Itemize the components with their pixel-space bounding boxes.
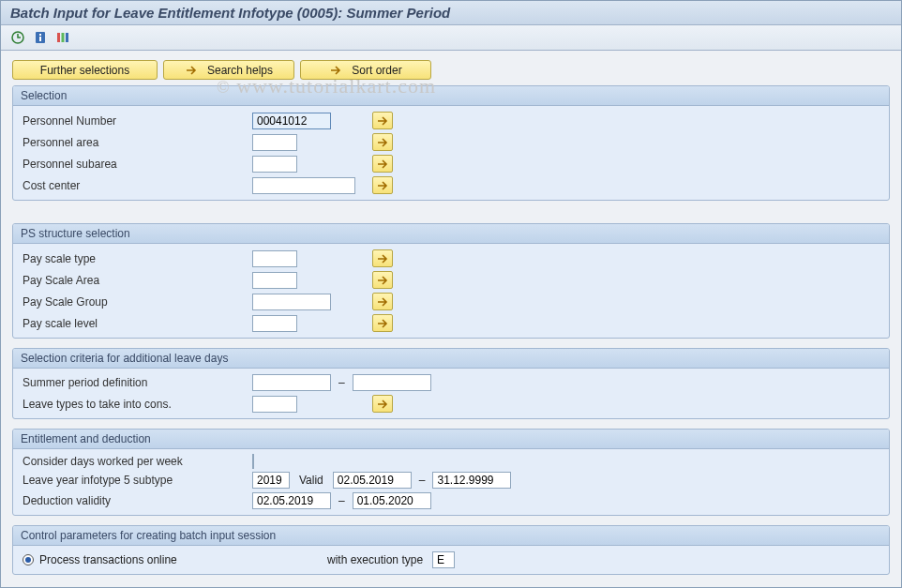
- svg-rect-6: [66, 33, 68, 42]
- pay-scale-level-label: Pay scale level: [23, 317, 252, 330]
- top-button-row: Further selections Search helps Sort ord…: [12, 60, 890, 80]
- pay-scale-type-label: Pay scale type: [23, 252, 252, 265]
- button-label: Sort order: [352, 64, 401, 77]
- multiple-selection-icon[interactable]: [372, 249, 393, 267]
- sort-order-button[interactable]: Sort order: [300, 60, 431, 80]
- further-selections-button[interactable]: Further selections: [12, 60, 158, 80]
- range-dash: –: [331, 376, 353, 389]
- multiple-selection-icon[interactable]: [372, 176, 393, 194]
- group-control-params: Control parameters for creating batch in…: [12, 525, 890, 575]
- cost-center-input[interactable]: [252, 177, 355, 194]
- valid-to-input[interactable]: [432, 472, 511, 489]
- multiple-selection-icon[interactable]: [372, 112, 393, 129]
- button-label: Search helps: [207, 64, 273, 77]
- process-online-label: Process transactions online: [39, 553, 177, 566]
- exec-type-label: with execution type: [327, 553, 432, 566]
- personnel-area-label: Personnel area: [23, 136, 252, 149]
- group-entitlement: Entitlement and deduction Consider days …: [12, 429, 890, 516]
- consider-days-checkbox[interactable]: [252, 454, 254, 469]
- exec-type-input[interactable]: [432, 551, 455, 568]
- pay-scale-area-input[interactable]: [252, 272, 297, 289]
- svg-rect-3: [39, 37, 41, 41]
- svg-rect-5: [62, 33, 65, 42]
- deduction-to-input[interactable]: [353, 492, 431, 509]
- svg-rect-4: [57, 33, 60, 42]
- group-ps-structure: PS structure selection Pay scale type Pa…: [12, 223, 890, 339]
- variant-icon[interactable]: [53, 29, 72, 46]
- multiple-selection-icon[interactable]: [372, 314, 393, 332]
- execute-icon[interactable]: [8, 29, 27, 46]
- group-title: Selection: [13, 86, 889, 106]
- group-title: Entitlement and deduction: [13, 430, 889, 449]
- personnel-number-label: Personnel Number: [23, 114, 252, 128]
- valid-from-input[interactable]: [333, 472, 412, 489]
- multiple-selection-icon[interactable]: [372, 271, 393, 289]
- multiple-selection-icon[interactable]: [372, 293, 393, 310]
- group-additional-leave: Selection criteria for additional leave …: [12, 348, 890, 419]
- deduction-label: Deduction validity: [23, 494, 252, 507]
- range-dash: –: [331, 494, 353, 507]
- leave-types-label: Leave types to take into cons.: [23, 398, 252, 411]
- info-icon[interactable]: [31, 29, 50, 46]
- process-online-radio[interactable]: [23, 554, 34, 565]
- arrow-right-icon: [185, 64, 198, 77]
- app-toolbar: [1, 25, 901, 51]
- pay-scale-group-input[interactable]: [252, 294, 331, 310]
- arrow-right-icon: [329, 64, 342, 77]
- pay-scale-area-label: Pay Scale Area: [23, 274, 252, 287]
- summer-period-to-input[interactable]: [353, 374, 431, 391]
- multiple-selection-icon[interactable]: [372, 395, 393, 413]
- pay-scale-group-label: Pay Scale Group: [23, 295, 252, 309]
- leave-year-input[interactable]: [252, 472, 290, 489]
- cost-center-label: Cost center: [23, 179, 252, 192]
- page-title: Batch Input for Leave Entitlement Infoty…: [1, 1, 901, 25]
- pay-scale-level-input[interactable]: [252, 315, 297, 332]
- leave-types-input[interactable]: [252, 396, 297, 413]
- search-helps-button[interactable]: Search helps: [163, 60, 294, 80]
- group-title: PS structure selection: [13, 224, 889, 244]
- personnel-subarea-input[interactable]: [252, 156, 297, 173]
- valid-label: Valid: [290, 474, 333, 487]
- multiple-selection-icon[interactable]: [372, 133, 393, 151]
- range-dash: –: [412, 474, 433, 487]
- summer-period-label: Summer period definition: [23, 376, 252, 389]
- consider-days-label: Consider days worked per week: [23, 455, 252, 468]
- pay-scale-type-input[interactable]: [252, 250, 297, 267]
- leave-year-label: Leave year infotype 5 subtype: [23, 474, 252, 487]
- deduction-from-input[interactable]: [252, 492, 331, 509]
- button-label: Further selections: [40, 64, 129, 77]
- group-title: Selection criteria for additional leave …: [13, 349, 889, 369]
- personnel-area-input[interactable]: [252, 134, 297, 151]
- personnel-number-input[interactable]: [252, 113, 331, 129]
- svg-rect-2: [39, 34, 41, 36]
- group-title: Control parameters for creating batch in…: [13, 526, 889, 546]
- personnel-subarea-label: Personnel subarea: [23, 158, 252, 171]
- group-selection: Selection Personnel Number Personnel are…: [12, 85, 890, 201]
- summer-period-from-input[interactable]: [252, 374, 331, 391]
- multiple-selection-icon[interactable]: [372, 155, 393, 173]
- main-content: Further selections Search helps Sort ord…: [1, 51, 901, 584]
